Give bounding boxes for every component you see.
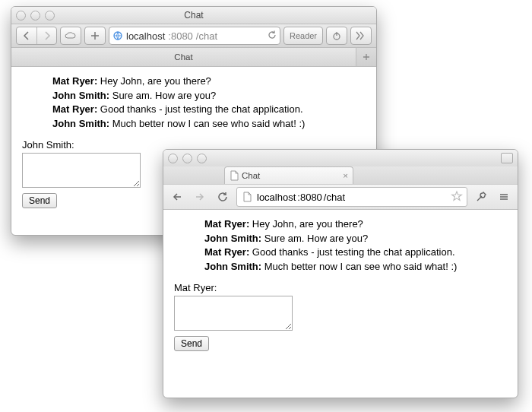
reader-button[interactable]: Reader: [283, 27, 323, 45]
bookmark-star-icon[interactable]: [451, 191, 462, 204]
safari-titlebar[interactable]: Chat: [11, 7, 376, 24]
message-item: Mat Ryer: Hey John, are you there?: [204, 217, 510, 231]
send-button[interactable]: Send: [174, 336, 209, 351]
add-button[interactable]: [84, 27, 106, 45]
message-text: Hey John, are you there?: [97, 75, 211, 87]
message-input[interactable]: [22, 153, 141, 188]
globe-icon: [112, 30, 123, 41]
chevrons-icon: [351, 27, 371, 44]
messages-list: Mat Ryer: Hey John, are you there? John …: [204, 217, 510, 273]
message-text: Sure am. How are you?: [109, 90, 216, 101]
message-text: Good thanks - just testing the chat appl…: [249, 246, 454, 258]
url-field[interactable]: localhost:8080/chat: [236, 187, 467, 207]
new-tab-button[interactable]: [356, 48, 376, 66]
safari-tab-label: Chat: [174, 52, 192, 62]
safari-toolbar: localhost:8080/chat Reader: [11, 24, 376, 48]
message-author: John Smith:: [52, 90, 109, 101]
more-button[interactable]: [350, 27, 372, 45]
menu-icon[interactable]: [495, 188, 513, 206]
message-text: Sure am. How are you?: [261, 233, 368, 244]
message-item: Mat Ryer: Good thanks - just testing the…: [204, 246, 510, 259]
close-dot[interactable]: [168, 154, 178, 163]
message-item: Mat Ryer: Hey John, are you there?: [52, 74, 369, 88]
send-button[interactable]: Send: [22, 193, 57, 208]
reload-button[interactable]: [214, 188, 232, 206]
power-icon: [327, 27, 347, 44]
message-author: John Smith:: [52, 118, 109, 129]
message-text: Good thanks - just testing the chat appl…: [97, 103, 302, 115]
zoom-dot[interactable]: [197, 154, 207, 163]
file-icon: [229, 170, 239, 181]
url-path: /chat: [324, 192, 345, 203]
minimize-dot[interactable]: [182, 154, 192, 163]
forward-button[interactable]: [36, 27, 56, 44]
message-input[interactable]: [174, 296, 293, 331]
url-path: /chat: [196, 30, 217, 42]
back-button[interactable]: [168, 188, 186, 206]
message-item: John Smith: Much better now I can see wh…: [52, 117, 369, 131]
chrome-content: Mat Ryer: Hey John, are you there? John …: [163, 210, 518, 359]
url-port: :8080: [297, 192, 322, 203]
zoom-dot[interactable]: [45, 11, 55, 21]
message-item: John Smith: Much better now I can see wh…: [204, 260, 510, 274]
message-author: Mat Ryer:: [52, 103, 97, 115]
message-author: Mat Ryer:: [52, 75, 97, 87]
message-text: Much better now I can see who said what!…: [109, 118, 305, 129]
messages-list: Mat Ryer: Hey John, are you there? John …: [52, 74, 369, 130]
back-button[interactable]: [17, 27, 36, 44]
safari-tabbar: Chat: [11, 48, 376, 67]
message-item: Mat Ryer: Good thanks - just testing the…: [52, 103, 369, 116]
chrome-titlebar[interactable]: Chat ×: [163, 150, 518, 166]
window-title: Chat: [11, 10, 376, 21]
forward-button[interactable]: [191, 188, 209, 206]
chrome-toolbar: localhost:8080/chat: [163, 184, 518, 210]
url-port: :8080: [168, 30, 193, 42]
icloud-button[interactable]: [60, 27, 81, 45]
message-author: John Smith:: [204, 233, 261, 244]
minimize-dot[interactable]: [30, 11, 40, 21]
close-tab-icon[interactable]: ×: [337, 171, 348, 180]
chrome-tab[interactable]: Chat ×: [224, 166, 353, 184]
message-text: Much better now I can see who said what!…: [261, 261, 457, 272]
close-dot[interactable]: [16, 11, 26, 21]
message-item: John Smith: Sure am. How are you?: [204, 232, 510, 246]
cloud-icon: [61, 27, 81, 44]
nav-buttons: [16, 27, 57, 45]
chrome-window: Chat × localhost:8080/chat Mat Ryer: Hey…: [163, 149, 518, 398]
traffic-lights: [168, 154, 207, 163]
composer: Mat Ryer: Send: [174, 282, 510, 351]
message-text: Hey John, are you there?: [249, 218, 363, 230]
plus-icon: [85, 27, 105, 44]
url-field[interactable]: localhost:8080/chat: [109, 27, 280, 45]
traffic-lights: [16, 11, 55, 21]
composer-name: Mat Ryer:: [174, 282, 510, 293]
wrench-icon[interactable]: [472, 188, 490, 206]
chrome-tab-label: Chat: [242, 171, 260, 180]
reload-icon[interactable]: [268, 30, 277, 42]
message-item: John Smith: Sure am. How are you?: [52, 89, 369, 103]
safari-tab[interactable]: Chat: [11, 48, 356, 66]
file-icon: [242, 192, 252, 202]
message-author: Mat Ryer:: [204, 218, 249, 230]
message-author: Mat Ryer:: [204, 246, 249, 258]
share-button[interactable]: [326, 27, 347, 45]
svg-marker-9: [452, 192, 462, 201]
message-author: John Smith:: [204, 261, 261, 272]
url-host: localhost: [126, 30, 165, 42]
maximize-box[interactable]: [501, 153, 513, 163]
url-host: localhost: [257, 192, 296, 203]
